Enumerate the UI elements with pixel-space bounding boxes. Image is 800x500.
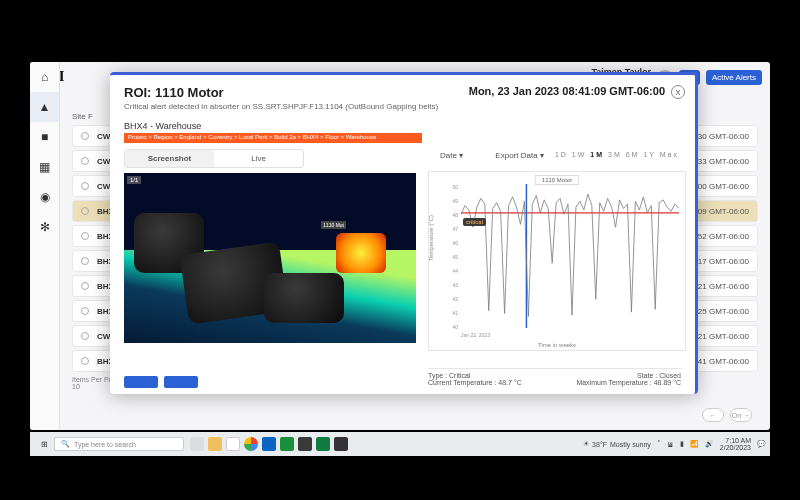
row-radio-icon[interactable] bbox=[81, 307, 89, 315]
start-button-icon[interactable]: ⊞ bbox=[34, 440, 54, 449]
modal-subtitle: Critical alert detected in absorter on S… bbox=[124, 102, 681, 111]
temperature-chart[interactable]: 1110 Motor Temperature (°C) Time in week… bbox=[428, 171, 686, 351]
modal-footer-stats: Type : Critical Current Temperature : 48… bbox=[428, 368, 681, 386]
taskbar-apps bbox=[190, 437, 348, 451]
range-1d[interactable]: 1D bbox=[555, 151, 568, 158]
header-btn-2[interactable]: Active Alerts bbox=[706, 70, 762, 85]
search-icon: 🔍 bbox=[61, 440, 70, 448]
tab-screenshot[interactable]: Screenshot bbox=[125, 150, 214, 167]
hotspot-icon bbox=[336, 233, 386, 273]
range-1y[interactable]: 1Y bbox=[643, 151, 655, 158]
range-1w[interactable]: 1W bbox=[572, 151, 587, 158]
app-icon-1[interactable] bbox=[226, 437, 240, 451]
row-radio-icon[interactable] bbox=[81, 257, 89, 265]
tray-icon-1[interactable]: 🖥 bbox=[667, 441, 674, 448]
rail-video-icon[interactable]: ■ bbox=[30, 122, 59, 152]
windows-taskbar: ⊞ 🔍 Type here to search ☀ 38°F Mostly su… bbox=[30, 432, 770, 456]
rail-user-icon[interactable]: ◉ bbox=[30, 182, 59, 212]
rail-home-icon[interactable]: ⌂ bbox=[30, 62, 59, 92]
app-icon-2[interactable] bbox=[280, 437, 294, 451]
left-rail: ⌂ ▲ ■ ▦ ◉ ✻ bbox=[30, 62, 60, 430]
thermal-image[interactable]: 1110 Mot 1/1 bbox=[124, 173, 416, 343]
range-max[interactable]: Max bbox=[660, 151, 679, 158]
rail-settings-icon[interactable]: ✻ bbox=[30, 212, 59, 242]
time-range-selector: 1D 1W 1M 3M 6M 1Y Max bbox=[555, 151, 679, 158]
chart-xlabel: Time in weeks bbox=[538, 342, 576, 348]
tray-wifi-icon[interactable]: 📶 bbox=[690, 440, 699, 448]
explorer-icon[interactable] bbox=[208, 437, 222, 451]
modal-action-1[interactable] bbox=[124, 376, 158, 388]
rail-alerts-icon[interactable]: ▲ bbox=[30, 92, 59, 122]
modal-action-2[interactable] bbox=[164, 376, 198, 388]
taskbar-search[interactable]: 🔍 Type here to search bbox=[54, 437, 184, 451]
chart-controls: Date ▾ Export Data ▾ bbox=[440, 151, 544, 160]
notifications-icon[interactable]: 💬 bbox=[757, 440, 766, 448]
date-dropdown[interactable]: Date ▾ bbox=[440, 151, 463, 160]
roi-detail-modal: ROI: 1110 Motor Critical alert detected … bbox=[110, 72, 698, 394]
edge-icon[interactable] bbox=[262, 437, 276, 451]
taskview-icon[interactable] bbox=[190, 437, 204, 451]
rail-grid-icon[interactable]: ▦ bbox=[30, 152, 59, 182]
row-radio-icon[interactable] bbox=[81, 332, 89, 340]
modal-location: BHX4 - Warehouse bbox=[124, 121, 681, 131]
close-icon[interactable]: X bbox=[671, 85, 685, 99]
app-icon-4[interactable] bbox=[334, 437, 348, 451]
tab-live[interactable]: Live bbox=[214, 150, 303, 167]
row-radio-icon[interactable] bbox=[81, 157, 89, 165]
row-radio-icon[interactable] bbox=[81, 232, 89, 240]
pager: ← On → bbox=[702, 408, 752, 422]
search-placeholder: Type here to search bbox=[74, 441, 136, 448]
pager-next[interactable]: On → bbox=[730, 408, 752, 422]
chart-ylabel: Temperature (°C) bbox=[428, 215, 434, 261]
tray-volume-icon[interactable]: 🔊 bbox=[705, 440, 714, 448]
chrome-icon[interactable] bbox=[244, 437, 258, 451]
pager-prev[interactable]: ← bbox=[702, 408, 724, 422]
roi-overlay-label: 1110 Mot bbox=[321, 221, 346, 229]
modal-timestamp: Mon, 23 Jan 2023 08:41:09 GMT-06:00 bbox=[469, 85, 665, 97]
row-radio-icon[interactable] bbox=[81, 132, 89, 140]
export-dropdown[interactable]: Export Data ▾ bbox=[495, 151, 543, 160]
breadcrumb[interactable]: Project > Region > England > Coventry > … bbox=[124, 133, 422, 143]
image-count-badge: 1/1 bbox=[127, 176, 141, 184]
row-radio-icon[interactable] bbox=[81, 282, 89, 290]
row-radio-icon[interactable] bbox=[81, 182, 89, 190]
view-tabs: Screenshot Live bbox=[124, 149, 304, 168]
items-per-page-value[interactable]: 10 bbox=[72, 383, 80, 390]
row-radio-icon[interactable] bbox=[81, 357, 89, 365]
critical-threshold-label: critical bbox=[463, 218, 486, 226]
taskbar-clock[interactable]: 7:10 AM 2/20/2023 bbox=[720, 437, 751, 451]
tray-battery-icon[interactable]: ▮ bbox=[680, 440, 684, 448]
row-radio-icon[interactable] bbox=[81, 207, 89, 215]
system-tray: ☀ 38°F Mostly sunny ˄ 🖥 ▮ 📶 🔊 7:10 AM 2/… bbox=[583, 437, 766, 451]
app-icon-3[interactable] bbox=[298, 437, 312, 451]
tray-chevron-icon[interactable]: ˄ bbox=[657, 440, 661, 448]
chart-xtick: Jan 22, 2023 bbox=[461, 332, 679, 338]
range-3m[interactable]: 3M bbox=[608, 151, 622, 158]
range-1m[interactable]: 1M bbox=[590, 151, 604, 158]
weather-widget[interactable]: ☀ 38°F Mostly sunny bbox=[583, 440, 651, 448]
modal-action-buttons bbox=[124, 376, 198, 388]
excel-icon[interactable] bbox=[316, 437, 330, 451]
weather-icon: ☀ bbox=[583, 440, 589, 448]
range-6m[interactable]: 6M bbox=[626, 151, 640, 158]
